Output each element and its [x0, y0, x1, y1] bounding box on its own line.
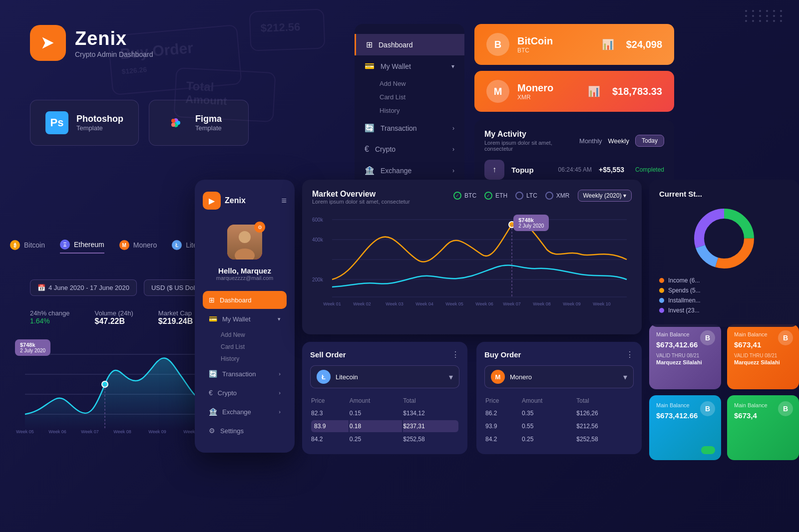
bg-cards: Buy Order $126.26 Total Amount $212.56 — [0, 0, 799, 532]
chart-tooltip: $748k 2 July 2020 — [513, 215, 549, 231]
mini-chart-tooltip: $748k 2 July 2020 — [15, 339, 50, 356]
